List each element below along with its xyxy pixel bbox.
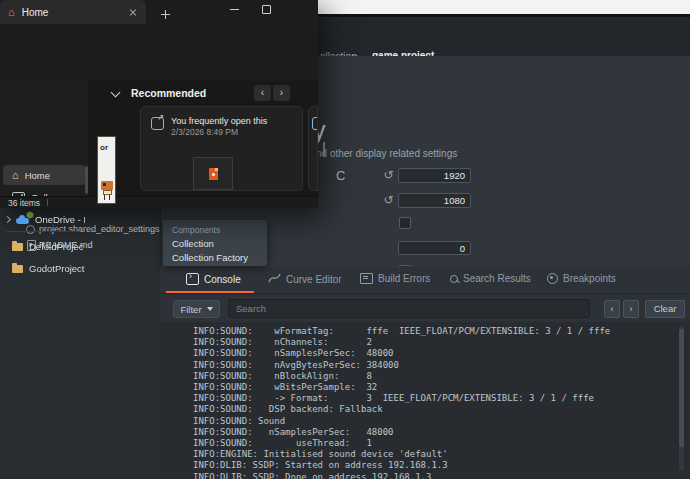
expand-chevron-icon[interactable] [4, 215, 11, 222]
character-sprite-leg [109, 195, 110, 200]
log-line: INFO:SOUND: useThread: 1 [193, 438, 690, 449]
tab-curve-editor[interactable]: Curve Editor [268, 273, 342, 285]
file-explorer-window: Home Home Se New [0, 0, 318, 208]
reset-height-icon[interactable] [381, 193, 396, 208]
log-line: INFO:SOUND: -> Format: 3 IEEE_FLOAT/PCM/… [193, 393, 690, 404]
file-preview-popup: or [97, 136, 116, 204]
width-input[interactable]: 1920 [398, 168, 471, 183]
new-tab-icon[interactable] [161, 10, 170, 19]
console-tabbar: Console Curve Editor Build Errors Search… [160, 267, 690, 294]
log-scrollbar-thumb[interactable] [679, 329, 684, 447]
preview-text-fragment: or [100, 143, 108, 152]
restore-icon[interactable] [262, 5, 271, 14]
folder-icon [12, 265, 23, 273]
console-icon [186, 273, 199, 285]
filter-label: Filter [180, 304, 201, 315]
log-line: INFO:SOUND: nAvgBytesPerSec: 384000 [193, 360, 690, 371]
clear-button[interactable]: Clear [645, 300, 685, 318]
recommended-card[interactable]: You frequently open this 2/3/2026 8:49 P… [140, 106, 303, 191]
popup-item-collection[interactable]: Collection [172, 238, 214, 249]
sidebar-label: DefoldProjec [29, 241, 83, 252]
chevron-down-icon [207, 307, 213, 311]
reset-width-icon[interactable] [381, 168, 396, 183]
log-line: INFO:DLIB: SSDP: Started on address 192.… [193, 460, 690, 471]
tab-build-errors[interactable]: Build Errors [360, 273, 430, 284]
open-external-icon [151, 117, 164, 130]
tab-breakpoints[interactable]: Breakpoints [547, 273, 616, 284]
log-line: INFO:SOUND: wFormatTag: fffe IEEE_FLOAT/… [193, 326, 690, 337]
section-subtitle-fragment: nd other display related settings [316, 148, 457, 159]
log-line: INFO:SOUND: wBitsPerSample: 32 [193, 382, 690, 393]
explorer-navbar: Home Se [0, 28, 318, 56]
explorer-titlebar: Home [0, 0, 318, 28]
console-search-input[interactable] [228, 299, 590, 318]
log-line: INFO:DLIB: SSDP: Done on address 192.168… [193, 472, 690, 479]
search-icon [450, 275, 458, 283]
scroll-thumb[interactable] [323, 142, 325, 156]
popup-group-header: Components [172, 225, 220, 235]
explorer-sidebar: Home Gallery OneDrive - Perso DefoldProj… [0, 81, 88, 196]
partially-hidden-text: C [336, 168, 345, 183]
active-console-tab-underline [166, 291, 254, 293]
breakpoints-icon [547, 273, 558, 284]
log-line: INFO:SOUND: DSP backend: Fallback [193, 404, 690, 415]
console-log[interactable]: INFO:SOUND: wFormatTag: fffe IEEE_FLOAT/… [160, 322, 690, 479]
curve-icon [268, 273, 281, 285]
recommended-prev-button[interactable]: ‹ [254, 85, 271, 101]
explorer-tab-title: Home [22, 7, 49, 18]
document-icon [209, 168, 218, 180]
find-previous-button[interactable]: ‹ [604, 300, 620, 318]
log-line: INFO:SOUND: nChannels: 2 [193, 337, 690, 348]
numeric-input-zero[interactable]: 0 [398, 241, 471, 255]
filter-dropdown[interactable]: Filter [173, 300, 220, 318]
recommended-next-button[interactable]: › [273, 85, 290, 101]
components-popup: Components Collection Collection Factory [163, 220, 267, 266]
character-sprite-leg [104, 195, 105, 200]
sidebar-item-godotproject[interactable]: GodotProject [3, 258, 85, 278]
sidebar-label: Home [25, 170, 50, 181]
sidebar-item-onedrive[interactable]: OneDrive - Perso [3, 209, 85, 229]
sidebar-item-defoldproject[interactable]: DefoldProjec [3, 236, 85, 256]
minimize-icon[interactable] [230, 9, 239, 10]
folder-icon [12, 243, 23, 251]
sidebar-item-home[interactable]: Home [3, 165, 85, 185]
log-line: INFO:SOUND: nSamplesPerSec: 48000 [193, 427, 690, 438]
log-line: INFO:SOUND: nSamplesPerSec: 48000 [193, 348, 690, 359]
item-count: 36 items [8, 198, 40, 208]
console-panel: Console Curve Editor Build Errors Search… [160, 267, 690, 479]
tab-label: Curve Editor [286, 274, 342, 285]
tab-close-icon[interactable] [129, 8, 137, 16]
home-icon [8, 7, 15, 18]
status-divider [47, 199, 48, 206]
card-timestamp: 2/3/2026 8:49 PM [171, 127, 238, 137]
character-sprite [101, 181, 113, 190]
tab-label: Build Errors [378, 273, 430, 284]
build-errors-icon [360, 273, 373, 284]
home-icon [12, 170, 19, 181]
recommended-card-partial[interactable] [308, 106, 318, 191]
tab-console[interactable]: Console [186, 273, 241, 285]
sidebar-scrollbar[interactable] [85, 166, 88, 194]
find-next-button[interactable]: › [623, 300, 639, 318]
checkbox-unchecked[interactable] [399, 217, 411, 229]
file-thumbnail [193, 157, 233, 190]
sidebar-divider [6, 231, 80, 232]
log-line: INFO:SOUND: Sound [193, 416, 690, 427]
open-external-icon [312, 117, 318, 130]
explorer-tab-home[interactable]: Home [0, 0, 146, 24]
popup-item-collection-factory[interactable]: Collection Factory [172, 252, 248, 263]
log-line: INFO:ENGINE: Initialised sound device 'd… [193, 449, 690, 460]
height-input[interactable]: 1080 [398, 193, 471, 208]
explorer-toolbar: New Details [0, 56, 318, 82]
tab-label: Console [204, 274, 241, 285]
log-line: INFO:SOUND: nBlockAlign: 8 [193, 371, 690, 382]
card-title: You frequently open this [171, 116, 267, 126]
tab-label: Breakpoints [563, 273, 616, 284]
sidebar-label: GodotProject [29, 263, 84, 274]
onedrive-cloud-icon [16, 218, 29, 224]
explorer-statusbar: 36 items [0, 196, 318, 208]
tab-label: Search Results [463, 273, 531, 284]
tab-search-results[interactable]: Search Results [450, 273, 531, 284]
recommended-title: Recommended [131, 87, 206, 99]
sidebar-label: OneDrive - Perso [35, 214, 85, 225]
